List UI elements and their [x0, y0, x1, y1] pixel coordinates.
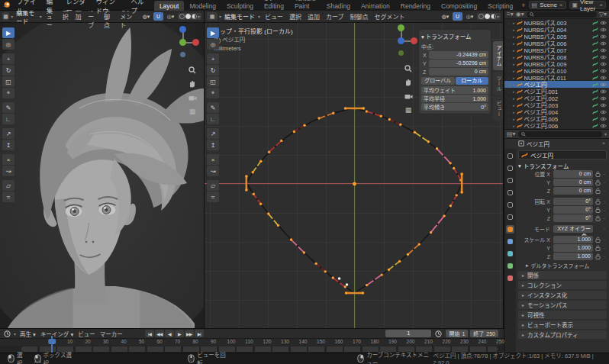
- sidebar-tab-ビュー[interactable]: ビュー: [493, 97, 503, 121]
- handle-point[interactable]: [259, 203, 262, 205]
- ruler-label-190[interactable]: 190: [388, 339, 397, 344]
- handle-point[interactable]: [293, 130, 295, 133]
- workspace-tab-rendering[interactable]: Rendering: [395, 1, 436, 11]
- lock-cell[interactable]: [593, 207, 602, 213]
- handle-point[interactable]: [427, 140, 430, 143]
- properties-tab-modifiers[interactable]: [506, 237, 514, 246]
- workspace-tab-sculpting[interactable]: Sculpting: [221, 1, 259, 11]
- control-point[interactable]: [298, 127, 301, 130]
- control-point[interactable]: [320, 266, 322, 269]
- lock-icon[interactable]: [595, 215, 601, 221]
- transform-panel-header[interactable]: ▾ トランスフォーム: [421, 31, 488, 42]
- toggle-grid-icon[interactable]: ▦: [404, 105, 413, 114]
- ruler-label-110[interactable]: 110: [245, 339, 253, 344]
- play-reverse-button[interactable]: ◀: [165, 330, 174, 337]
- visibility-eye-icon[interactable]: [600, 21, 607, 25]
- lock-cell[interactable]: [593, 215, 602, 221]
- handle-point[interactable]: [314, 263, 317, 265]
- jump-end-button[interactable]: ▶|: [195, 330, 204, 337]
- current-frame-field[interactable]: 1: [385, 330, 431, 337]
- transform-row-value[interactable]: 0°: [553, 206, 593, 214]
- mean-field-1[interactable]: 平均半径1.000: [421, 95, 488, 102]
- axis-z-icon[interactable]: [179, 26, 186, 33]
- scene-selector[interactable]: ▤ Scene ×: [529, 1, 566, 9]
- handle-point[interactable]: [277, 224, 279, 227]
- transform-tool-icon[interactable]: ⌖: [2, 88, 14, 98]
- breadcrumb-object-name[interactable]: ベジエ円: [527, 140, 549, 148]
- ruler-label-70[interactable]: 70: [175, 339, 180, 344]
- shading-mode-buttons[interactable]: ▾: [477, 13, 501, 20]
- handle-point[interactable]: [324, 270, 327, 272]
- jump-start-button[interactable]: |◀: [145, 330, 154, 337]
- properties-tab-world[interactable]: [506, 213, 514, 221]
- visibility-eye-icon[interactable]: [600, 55, 607, 60]
- handle-point[interactable]: [388, 269, 390, 271]
- disclosure-icon[interactable]: ▸: [513, 124, 515, 128]
- panel-モーションパス[interactable]: ▸モーションパス: [518, 301, 607, 309]
- visibility-eye-icon[interactable]: [600, 117, 607, 121]
- mean-field-0[interactable]: 平均ウェイト1.000: [421, 86, 488, 94]
- cursor-tool-icon[interactable]: ◎: [207, 39, 219, 50]
- viewport-canvas-3d[interactable]: ▶◎+↻◱⌖✎∟↗↥×↝▱≈ ▦: [0, 23, 204, 328]
- properties-display-icon[interactable]: ▤▾: [507, 131, 516, 137]
- disclosure-icon[interactable]: ▸: [513, 110, 515, 114]
- handle-point[interactable]: [450, 205, 452, 207]
- axis-negative-icon[interactable]: [180, 52, 185, 57]
- handle-point[interactable]: [407, 253, 409, 256]
- measure-tool-icon[interactable]: ∟: [207, 114, 219, 124]
- object-name-field[interactable]: ベジエ円: [518, 150, 607, 159]
- visibility-eye-icon[interactable]: [600, 48, 607, 53]
- workspace-tab-layout[interactable]: Layout: [154, 1, 185, 11]
- add-workspace-button[interactable]: +: [518, 2, 528, 9]
- panel-関係[interactable]: ▸関係: [518, 271, 607, 279]
- next-keyframe-button[interactable]: ▶▶: [185, 330, 194, 337]
- animate-dot-icon[interactable]: ·: [602, 199, 607, 205]
- handle-point[interactable]: [280, 140, 282, 142]
- prev-keyframe-button[interactable]: ◀◀: [155, 330, 164, 337]
- animate-dot-icon[interactable]: ·: [602, 237, 607, 243]
- handle-point[interactable]: [303, 124, 305, 127]
- orientation-ローカル[interactable]: ローカル: [456, 77, 489, 85]
- handle-point[interactable]: [267, 212, 269, 214]
- scale-tool-icon[interactable]: ◱: [207, 76, 219, 87]
- control-point[interactable]: [256, 198, 259, 200]
- randomize-tool-icon[interactable]: ≈: [2, 192, 14, 202]
- solid-shading-icon[interactable]: [185, 14, 191, 19]
- move-tool-icon[interactable]: +: [207, 53, 219, 64]
- workspace-tab-compositing[interactable]: Compositing: [436, 1, 482, 11]
- disclosure-icon[interactable]: ▸: [513, 27, 515, 32]
- control-point[interactable]: [338, 282, 340, 284]
- blender-logo[interactable]: [2, 1, 12, 10]
- timeline-menu-2[interactable]: ビュー: [76, 330, 98, 338]
- lock-icon[interactable]: [595, 207, 601, 213]
- lock-icon[interactable]: [595, 253, 601, 259]
- disclosure-icon[interactable]: ▸: [513, 96, 515, 101]
- visibility-eye-icon[interactable]: [600, 110, 607, 114]
- animate-dot-icon[interactable]: ·: [602, 180, 607, 185]
- outliner-funnel-icon[interactable]: ▽▾: [599, 11, 607, 18]
- visibility-eye-icon[interactable]: [600, 89, 607, 94]
- workspace-tab-scripting[interactable]: Scripting: [482, 1, 518, 11]
- control-point[interactable]: [443, 155, 445, 157]
- tilt-tool-icon[interactable]: ↝: [207, 166, 219, 176]
- visibility-eye-icon[interactable]: [600, 82, 607, 87]
- transform-row-value[interactable]: 0 cm: [553, 170, 593, 178]
- panel-ビューポート表示[interactable]: ▸ビューポート表示: [518, 321, 607, 329]
- proportional-edit-icon[interactable]: ◎▾: [465, 12, 475, 21]
- axis-negative-icon[interactable]: [398, 50, 404, 56]
- transform-row-value[interactable]: 0 cm: [553, 179, 593, 186]
- ruler-label-30[interactable]: 30: [103, 339, 108, 344]
- measure-tool-icon[interactable]: ∟: [2, 114, 14, 124]
- disclosure-icon[interactable]: ▸: [513, 21, 515, 25]
- lock-cell[interactable]: [593, 171, 602, 177]
- median-x-value[interactable]: -0.24439 cm: [429, 51, 488, 59]
- visibility-eye-icon[interactable]: [600, 76, 607, 80]
- handle-point[interactable]: [259, 160, 262, 163]
- ruler-label-60[interactable]: 60: [156, 339, 162, 344]
- handle-point[interactable]: [380, 114, 382, 117]
- visibility-eye-icon[interactable]: [600, 34, 607, 39]
- clock-icon[interactable]: [433, 330, 443, 338]
- ruler-label-160[interactable]: 160: [335, 339, 343, 344]
- timeline-menu-3[interactable]: マーカー: [98, 330, 125, 338]
- disclosure-icon[interactable]: ▸: [513, 69, 515, 73]
